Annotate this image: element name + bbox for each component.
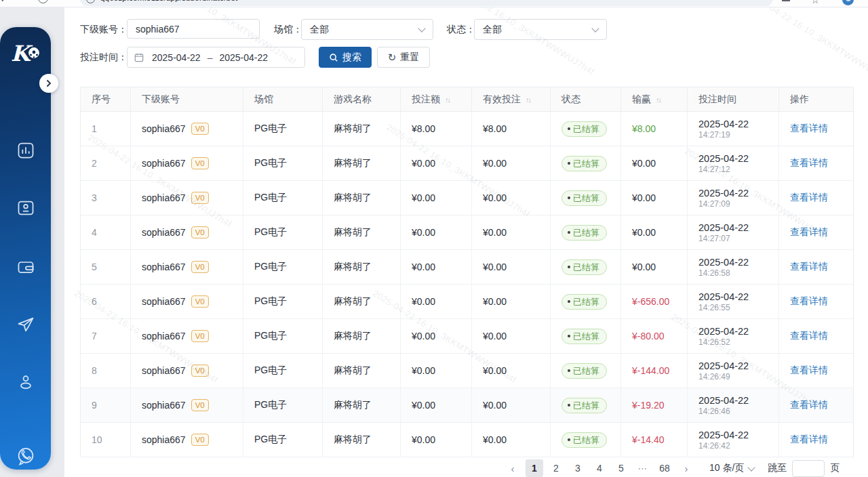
status-dot-icon: [568, 369, 570, 372]
view-details-link[interactable]: 查看详情: [790, 226, 828, 239]
view-details-link[interactable]: 查看详情: [790, 399, 828, 411]
status-text: 已结算: [573, 331, 599, 341]
status-label: 状态：: [447, 19, 475, 40]
sidebar-expand-button[interactable]: [39, 74, 58, 93]
column-header-3: 场馆: [243, 87, 323, 111]
table-header-row: 序号下级账号场馆游戏名称投注额↑↓有效投注↑↓状态输赢↑↓投注时间操作: [81, 87, 853, 112]
row-index: 10: [92, 434, 102, 445]
page-button-4[interactable]: 4: [591, 459, 608, 477]
venue-select[interactable]: 全部: [301, 19, 433, 40]
nav-icon[interactable]: [1, 0, 12, 6]
jump-label: 跳至: [768, 462, 787, 474]
status-select[interactable]: 全部: [474, 19, 607, 40]
prev-page-button[interactable]: ‹: [504, 459, 521, 477]
column-header-5[interactable]: 投注额↑↓: [401, 87, 472, 111]
page-ellipsis: ⋯: [634, 459, 652, 477]
status-dot-icon: [568, 266, 570, 268]
next-page-button[interactable]: ›: [677, 459, 695, 477]
view-details-link[interactable]: 查看详情: [790, 192, 828, 204]
row-winloss: ¥-144.00: [632, 365, 669, 376]
row-time: 14:26:55: [698, 303, 730, 312]
sort-icon[interactable]: ↑↓: [656, 96, 660, 104]
view-details-link[interactable]: 查看详情: [790, 330, 828, 342]
page-button-3[interactable]: 3: [569, 459, 587, 477]
row-game: 麻将胡了: [334, 192, 372, 204]
view-details-link[interactable]: 查看详情: [790, 434, 828, 446]
sidebar-item-contact[interactable]: [0, 446, 51, 466]
sidebar-item-reports[interactable]: [0, 141, 51, 160]
search-button[interactable]: 搜索: [319, 47, 372, 68]
bar-chart-icon: [16, 141, 35, 160]
status-badge: 已结算: [561, 121, 607, 137]
page-button-68[interactable]: 68: [656, 459, 673, 477]
address-bar[interactable]: qq60zp.com:5115/app/subordinate/bet: [80, 0, 773, 6]
column-header-6[interactable]: 有效投注↑↓: [472, 87, 551, 111]
row-game: 麻将胡了: [334, 226, 372, 239]
sidebar-item-members[interactable]: [0, 199, 51, 217]
row-index: 2: [92, 158, 97, 169]
table-body: 1 sophia667V0 PG电子 麻将胡了 ¥8.00 ¥8.00 已结算 …: [81, 112, 853, 457]
level-badge: V0: [191, 226, 209, 239]
view-details-link[interactable]: 查看详情: [790, 261, 828, 273]
row-winloss: ¥8.00: [632, 123, 656, 134]
row-index: 7: [92, 331, 97, 341]
level-badge: V0: [191, 123, 209, 135]
column-header-8[interactable]: 输赢↑↓: [621, 87, 688, 111]
page-button-2[interactable]: 2: [547, 459, 565, 477]
sort-icon[interactable]: ↑↓: [526, 96, 530, 104]
row-bet-amount: ¥0.00: [412, 365, 435, 376]
table-row: 8 sophia667V0 PG电子 麻将胡了 ¥0.00 ¥0.00 已结算 …: [81, 354, 853, 388]
jump-page-input[interactable]: [792, 460, 825, 477]
download-icon[interactable]: [781, 0, 791, 3]
sidebar-item-profile[interactable]: [0, 373, 51, 392]
status-select-value: 全部: [483, 24, 502, 36]
row-game: 麻将胡了: [334, 295, 372, 308]
page-numbers: 12345⋯68: [524, 459, 675, 477]
page-button-1[interactable]: 1: [526, 459, 543, 477]
level-badge: V0: [191, 261, 209, 273]
column-header-label: 游戏名称: [334, 94, 372, 106]
chevron-down-icon: [748, 463, 755, 471]
row-date: 2025-04-22: [698, 291, 749, 302]
status-dot-icon: [568, 162, 570, 165]
view-details-link[interactable]: 查看详情: [790, 157, 828, 169]
column-header-label: 有效投注: [483, 94, 521, 106]
reset-icon: ↻: [388, 52, 397, 62]
sidebar-item-telegram[interactable]: [0, 315, 51, 334]
level-badge: V0: [191, 365, 209, 377]
level-badge: V0: [191, 330, 209, 342]
row-account: sophia667: [142, 262, 186, 272]
row-bet-amount: ¥0.00: [412, 192, 435, 203]
table-row: 6 sophia667V0 PG电子 麻将胡了 ¥0.00 ¥0.00 已结算 …: [81, 285, 853, 319]
jump-to-page: 跳至 页: [768, 460, 840, 477]
row-winloss: ¥-80.00: [632, 331, 664, 341]
view-details-link[interactable]: 查看详情: [790, 365, 828, 377]
status-badge: 已结算: [561, 260, 607, 275]
table-row: 3 sophia667V0 PG电子 麻将胡了 ¥0.00 ¥0.00 已结算 …: [81, 181, 853, 215]
sort-icon[interactable]: ↑↓: [445, 96, 450, 104]
view-details-link[interactable]: 查看详情: [790, 295, 828, 308]
status-dot-icon: [568, 196, 570, 199]
row-venue: PG电子: [254, 123, 287, 135]
row-time: 14:26:46: [698, 407, 730, 416]
row-winloss: ¥0.00: [632, 192, 656, 203]
page-size-select[interactable]: 10 条/页: [709, 462, 754, 474]
row-game: 麻将胡了: [334, 434, 372, 446]
row-date: 2025-04-22: [698, 326, 749, 337]
date-range-picker[interactable]: 2025-04-22 – 2025-04-22: [127, 47, 305, 68]
column-header-label: 下级账号: [142, 94, 180, 106]
row-account: sophia667: [142, 400, 186, 411]
reset-button[interactable]: ↻ 重置: [377, 47, 430, 68]
account-input[interactable]: [127, 19, 260, 39]
page-button-5[interactable]: 5: [612, 459, 630, 477]
column-header-label: 状态: [561, 94, 580, 106]
bookmark-star-icon[interactable]: ☆: [811, 0, 820, 5]
site-info-icon[interactable]: [86, 0, 95, 3]
status-text: 已结算: [573, 228, 599, 238]
reload-icon[interactable]: [38, 0, 48, 3]
status-badge: 已结算: [561, 156, 607, 171]
view-details-link[interactable]: 查看详情: [790, 123, 828, 135]
profile-avatar[interactable]: [842, 0, 854, 5]
sidebar-item-wallet[interactable]: [0, 257, 51, 276]
row-game: 麻将胡了: [334, 365, 372, 377]
